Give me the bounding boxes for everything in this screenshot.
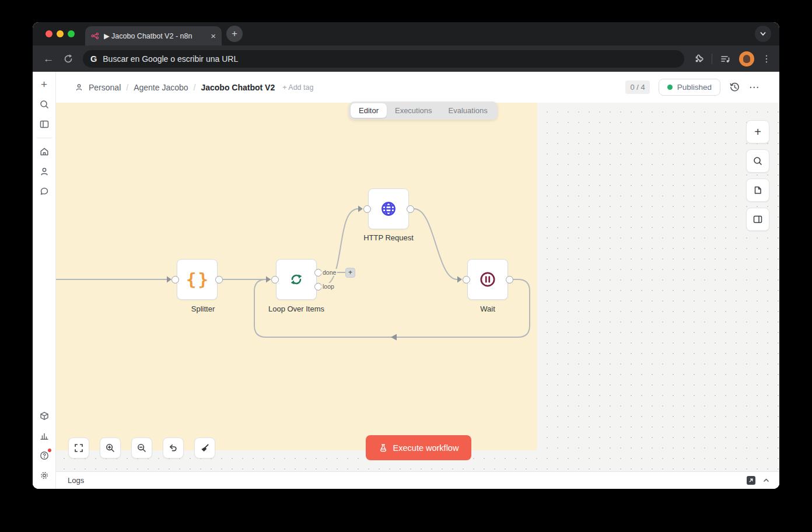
node-label: Wait [441, 304, 534, 313]
n8n-favicon-icon [91, 32, 100, 40]
globe-icon [379, 199, 398, 219]
input-port-http[interactable] [363, 205, 371, 213]
pause-icon [478, 270, 498, 289]
sidebar-add-button[interactable]: + [36, 76, 52, 93]
sidebar-divider [37, 138, 52, 138]
browser-tabstrip: ▶ Jacobo Chatbot V2 - n8n × + [33, 22, 779, 46]
output-port-wait[interactable] [506, 276, 513, 284]
tab-close-icon[interactable]: × [211, 32, 216, 40]
sidebar-item-settings[interactable] [36, 467, 52, 484]
address-bar[interactable]: G [83, 50, 684, 68]
node-splitter[interactable]: {} [177, 259, 218, 300]
reload-button[interactable] [61, 54, 76, 64]
breadcrumb-project[interactable]: Personal [89, 83, 121, 92]
add-node-button[interactable]: + [746, 120, 769, 144]
profile-avatar[interactable] [739, 51, 754, 66]
flask-icon [379, 443, 388, 453]
new-tab-button[interactable]: + [226, 26, 243, 42]
execute-workflow-button[interactable]: Execute workflow [366, 435, 471, 460]
zoom-out-icon [136, 443, 147, 453]
sidebar-item-personal[interactable] [36, 163, 52, 180]
zoom-to-fit-button[interactable] [68, 438, 89, 459]
google-logo-icon: G [90, 54, 97, 64]
zoom-out-button[interactable] [131, 438, 152, 459]
sidebar-item-home[interactable] [36, 144, 52, 160]
tab-search-button[interactable] [755, 26, 771, 42]
toolbar-actions: ⋮ [692, 51, 771, 66]
browser-toolbar: ← G ⋮ [33, 46, 779, 72]
browser-window: ▶ Jacobo Chatbot V2 - n8n × + ← G [33, 22, 779, 489]
chat-bubble-icon [39, 186, 50, 197]
browser-menu-icon[interactable]: ⋮ [762, 53, 771, 64]
sidebar-item-insights[interactable] [36, 428, 52, 444]
undo-button[interactable] [163, 438, 184, 459]
input-port-wait[interactable] [463, 276, 470, 284]
tidy-up-button[interactable] [194, 438, 215, 459]
workflow-name[interactable]: Jacobo Chatbot V2 [201, 83, 275, 92]
toolbar-separator [712, 54, 712, 64]
input-port-splitter[interactable] [172, 276, 179, 284]
add-node-inline-button[interactable]: + [345, 268, 355, 278]
view-tabs: Editor Executions Evaluations [349, 102, 498, 120]
braces-icon: {} [184, 270, 210, 289]
node-wait[interactable] [467, 259, 508, 300]
node-http-request[interactable] [368, 188, 409, 229]
history-icon[interactable] [729, 82, 740, 93]
published-button[interactable]: Published [659, 79, 720, 96]
output-port-loop-loop[interactable] [314, 283, 322, 290]
chevron-down-icon [760, 30, 766, 37]
output-port-http[interactable] [407, 205, 414, 213]
breadcrumb-separator: / [194, 83, 196, 92]
chevron-up-icon[interactable] [762, 477, 770, 484]
media-controls-icon[interactable] [720, 53, 732, 65]
search-icon [752, 156, 763, 166]
user-icon [39, 166, 50, 177]
sidebar-item-chat[interactable] [36, 183, 52, 200]
logs-panel-header[interactable]: Logs [56, 471, 779, 489]
add-sticky-note-button[interactable] [746, 178, 769, 202]
tab-evaluations[interactable]: Evaluations [440, 103, 496, 118]
breadcrumb: Personal / Agente Jacobo / Jacobo Chatbo… [75, 83, 313, 92]
fit-view-icon [74, 443, 84, 453]
workflow-canvas[interactable]: {} Splitter [56, 103, 779, 471]
node-loop-over-items[interactable] [276, 259, 317, 300]
published-status-dot [667, 85, 673, 90]
minimize-window-button[interactable] [57, 30, 64, 37]
sidebar-item-help[interactable] [36, 447, 52, 464]
output-port-loop-done[interactable] [314, 269, 322, 276]
open-logs-window-button[interactable] [747, 476, 755, 485]
sidebar-collapse-button[interactable] [36, 116, 52, 132]
tab-executions[interactable]: Executions [387, 103, 440, 118]
undo-icon [168, 443, 178, 453]
popout-arrow-icon [748, 478, 754, 483]
issues-counter[interactable]: 0 / 4 [625, 80, 649, 94]
tab-editor[interactable]: Editor [351, 103, 387, 118]
package-icon [39, 411, 50, 421]
add-tag-button[interactable]: + Add tag [282, 83, 313, 92]
input-port-loop[interactable] [271, 276, 279, 284]
canvas-search-button[interactable] [746, 149, 769, 173]
gear-icon [39, 470, 50, 481]
output-port-splitter[interactable] [215, 276, 223, 284]
close-window-button[interactable] [46, 30, 52, 37]
panel-left-icon [39, 119, 50, 130]
node-label: Splitter [156, 304, 250, 313]
browser-tab-active[interactable]: ▶ Jacobo Chatbot V2 - n8n × [85, 26, 222, 46]
output-label-done: done [321, 269, 337, 276]
breadcrumb-folder[interactable]: Agente Jacobo [134, 83, 188, 92]
back-button[interactable]: ← [41, 52, 56, 65]
zoom-in-button[interactable] [100, 438, 121, 459]
extensions-icon[interactable] [692, 53, 704, 65]
search-icon [39, 99, 50, 110]
tab-title: ▶ Jacobo Chatbot V2 - n8n [104, 32, 206, 40]
toggle-panel-button[interactable] [746, 208, 769, 231]
user-icon [75, 83, 83, 92]
sidebar-search-button[interactable] [36, 96, 52, 113]
workflow-menu-icon[interactable]: ⋯ [749, 81, 759, 93]
node-label: Loop Over Items [250, 304, 343, 313]
fullscreen-window-button[interactable] [68, 30, 75, 37]
notification-dot [48, 449, 51, 452]
breadcrumb-separator: / [126, 83, 128, 92]
sidebar-item-templates[interactable] [36, 408, 52, 424]
address-bar-input[interactable] [103, 54, 677, 64]
